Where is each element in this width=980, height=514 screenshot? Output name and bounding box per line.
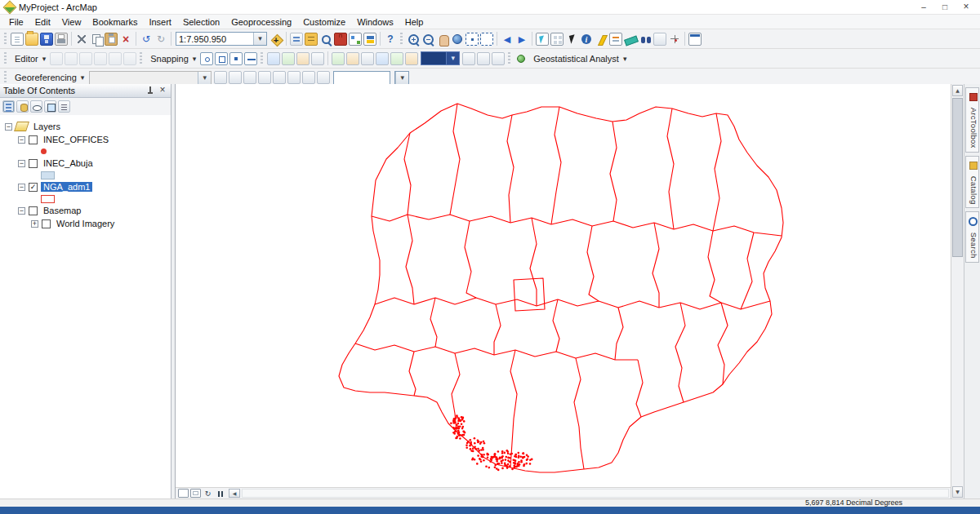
point-snap-icon[interactable] bbox=[200, 52, 213, 65]
scale-raster-icon[interactable] bbox=[243, 71, 256, 84]
scroll-left-icon[interactable] bbox=[229, 489, 240, 498]
whats-this-icon[interactable] bbox=[384, 33, 397, 46]
toc-node-inec-offices[interactable]: −INEC_OFFICES bbox=[0, 133, 171, 146]
sketch-properties-icon[interactable] bbox=[492, 52, 505, 65]
toc-node-world-imagery[interactable]: +World Imagery bbox=[0, 217, 171, 230]
toolbar-grip[interactable] bbox=[400, 33, 403, 46]
menu-item-selection[interactable]: Selection bbox=[177, 16, 225, 28]
toolbar-grip[interactable] bbox=[140, 52, 142, 65]
toolbar-grip[interactable] bbox=[261, 52, 263, 65]
layer-visibility-checkbox[interactable] bbox=[29, 206, 38, 215]
list-by-drawing-order-icon[interactable] bbox=[2, 100, 15, 113]
measure-icon[interactable] bbox=[624, 33, 637, 46]
snapping-menu[interactable]: Snapping bbox=[145, 50, 199, 67]
red-dot-symbol[interactable] bbox=[41, 148, 47, 154]
toc-node-inec-abuja[interactable]: −INEC_Abuja bbox=[0, 157, 171, 170]
toolbar-grip[interactable] bbox=[4, 52, 7, 65]
shift-raster-icon[interactable] bbox=[229, 71, 242, 84]
toolbar-grip[interactable] bbox=[4, 33, 7, 46]
auto-registration-icon[interactable] bbox=[258, 71, 271, 84]
map-scale-combo[interactable]: 1:7.950.950 bbox=[176, 32, 267, 46]
edit-tool-icon[interactable] bbox=[50, 52, 63, 65]
editor-target-dropdown-arrow-icon[interactable] bbox=[446, 52, 459, 64]
planarize-lines-icon[interactable] bbox=[296, 52, 310, 65]
generalize-icon[interactable] bbox=[390, 52, 403, 65]
identify-icon[interactable] bbox=[580, 33, 593, 46]
copy-icon[interactable] bbox=[90, 33, 103, 46]
layer-label[interactable]: INEC_OFFICES bbox=[41, 135, 111, 144]
menu-item-help[interactable]: Help bbox=[399, 16, 430, 28]
image-analysis-icon[interactable] bbox=[302, 71, 315, 84]
edit-vertices-icon[interactable] bbox=[65, 52, 78, 65]
smooth-icon[interactable] bbox=[405, 52, 418, 65]
zoom-out-icon[interactable] bbox=[421, 33, 434, 46]
pause-drawing-icon[interactable] bbox=[215, 489, 225, 498]
toolbar-grip[interactable] bbox=[508, 52, 510, 65]
layer-symbol-row[interactable] bbox=[0, 170, 171, 180]
layer-label[interactable]: INEC_Abuja bbox=[41, 158, 96, 168]
map-canvas[interactable] bbox=[176, 84, 951, 488]
red-outline-rect-symbol[interactable] bbox=[41, 195, 55, 203]
catalog-window-icon[interactable] bbox=[305, 33, 318, 46]
tree-expander-icon[interactable]: − bbox=[18, 160, 25, 167]
minimize-icon[interactable] bbox=[913, 1, 934, 14]
toc-node-layers[interactable]: −Layers bbox=[0, 120, 171, 133]
edge-snap-icon[interactable] bbox=[244, 52, 257, 65]
nigeria-boundaries-svg[interactable] bbox=[176, 84, 951, 488]
zoom-in-icon[interactable] bbox=[407, 33, 420, 46]
new-icon[interactable] bbox=[11, 33, 24, 46]
list-by-selection-icon[interactable] bbox=[44, 100, 56, 113]
undo-icon[interactable] bbox=[140, 33, 153, 46]
fixed-zoom-out-icon[interactable] bbox=[480, 33, 493, 46]
layer-label[interactable]: Basemap bbox=[41, 206, 83, 215]
trace-tool-icon[interactable] bbox=[332, 52, 345, 65]
scale-dropdown-arrow-icon[interactable] bbox=[253, 33, 266, 45]
select-elements-icon[interactable] bbox=[565, 33, 578, 46]
vertical-scrollbar[interactable] bbox=[951, 84, 964, 498]
forward-icon[interactable] bbox=[515, 33, 528, 46]
map-topology-icon[interactable] bbox=[282, 52, 295, 65]
data-view-icon[interactable] bbox=[178, 489, 189, 498]
georeferencing-text-input[interactable] bbox=[333, 71, 390, 85]
arctoolbox-window-icon[interactable] bbox=[334, 33, 347, 46]
save-icon[interactable] bbox=[40, 33, 53, 46]
print-icon[interactable] bbox=[55, 33, 68, 46]
construct-polygons-icon[interactable] bbox=[311, 52, 324, 65]
tree-expander-icon[interactable]: − bbox=[18, 184, 25, 191]
select-features-icon[interactable] bbox=[536, 33, 549, 46]
layer-label[interactable]: World Imagery bbox=[54, 219, 117, 228]
toolbar-grip[interactable] bbox=[4, 71, 7, 84]
cut-icon[interactable] bbox=[75, 33, 88, 46]
menu-item-windows[interactable]: Windows bbox=[351, 16, 399, 28]
scroll-down-icon[interactable] bbox=[952, 486, 963, 498]
tree-expander-icon[interactable]: − bbox=[18, 136, 25, 144]
horizontal-scrollbar[interactable] bbox=[242, 489, 949, 498]
menu-item-edit[interactable]: Edit bbox=[29, 16, 56, 28]
toc-options-icon[interactable] bbox=[58, 100, 70, 113]
layer-label[interactable]: NGA_adm1 bbox=[41, 182, 92, 192]
attributes-tool-icon[interactable] bbox=[123, 52, 136, 65]
list-by-source-icon[interactable] bbox=[16, 100, 29, 113]
search-window-icon[interactable] bbox=[319, 33, 332, 46]
toc-node-basemap[interactable]: −Basemap bbox=[0, 204, 171, 217]
replace-sketch-icon[interactable] bbox=[346, 52, 359, 65]
buffer-tool-icon[interactable] bbox=[361, 52, 374, 65]
find-icon[interactable] bbox=[639, 33, 652, 46]
layer-label[interactable]: Layers bbox=[31, 122, 63, 131]
add-data-icon[interactable] bbox=[270, 33, 283, 46]
toc-node-nga-adm1[interactable]: −✓NGA_adm1 bbox=[0, 180, 171, 193]
attributes-window-icon[interactable] bbox=[477, 52, 490, 65]
menu-item-customize[interactable]: Customize bbox=[297, 16, 351, 28]
dock-tab-arctoolbox[interactable]: ArcToolbox bbox=[965, 87, 979, 153]
tree-expander-icon[interactable]: − bbox=[18, 207, 25, 215]
hyperlink-icon[interactable] bbox=[595, 33, 608, 46]
rotate-raster-icon[interactable] bbox=[214, 71, 227, 84]
delete-icon[interactable] bbox=[119, 33, 132, 46]
blue-rect-symbol[interactable] bbox=[41, 171, 55, 179]
end-snap-icon[interactable] bbox=[215, 52, 228, 65]
dock-tab-catalog[interactable]: Catalog bbox=[965, 156, 979, 209]
scroll-up-icon[interactable] bbox=[952, 85, 963, 96]
georeferencing-options-combo[interactable] bbox=[394, 71, 409, 85]
find-route-icon[interactable] bbox=[653, 33, 666, 46]
fixed-zoom-in-icon[interactable] bbox=[466, 33, 479, 46]
